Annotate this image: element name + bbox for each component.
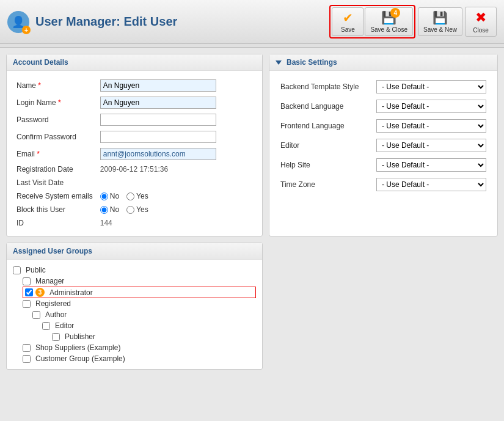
editor-label: Editor (276, 136, 371, 155)
block-yes-radio[interactable] (126, 206, 134, 214)
group-label: Manager (35, 277, 64, 285)
id-value: 144 (97, 216, 256, 230)
user-groups-title: Assigned User Groups (7, 243, 262, 260)
receive-yes-radio[interactable] (126, 192, 134, 200)
reg-date-value: 2009-06-12 17:51:36 (97, 163, 256, 176)
group-item: 3Administrator (23, 287, 256, 298)
last-visit-value (97, 176, 256, 189)
backend-template-select[interactable]: - Use Default - (376, 80, 486, 93)
group-checkbox[interactable] (25, 288, 33, 296)
timezone-row: Time Zone - Use Default - (276, 175, 491, 194)
group-item: Author (32, 309, 256, 320)
help-site-select[interactable]: - Use Default - (376, 158, 486, 172)
timezone-label: Time Zone (276, 175, 371, 194)
help-site-value: - Use Default - (371, 155, 491, 175)
help-site-row: Help Site - Use Default - (276, 155, 491, 175)
backend-template-row: Backend Template Style - Use Default - (276, 77, 491, 97)
group-item: Publisher (52, 331, 256, 342)
block-yes-label[interactable]: Yes (126, 205, 148, 214)
editor-select[interactable]: - Use Default - (376, 139, 486, 152)
password-value-cell (97, 111, 256, 128)
toolbar-highlighted-group: ✔ Save 💾 4 Save & Close (329, 5, 415, 38)
confirm-row: Confirm Password (13, 128, 256, 145)
email-required: * (37, 150, 40, 158)
account-details-label: Account Details (13, 58, 68, 67)
basic-settings-label: Basic Settings (287, 58, 337, 67)
email-row: Email * (13, 145, 256, 163)
group-label: Editor (55, 321, 74, 330)
block-value: No Yes (97, 203, 256, 216)
top-row: Account Details Name * Login Name * Pass… (6, 54, 498, 236)
user-avatar: 👤 + (7, 11, 29, 33)
group-checkbox[interactable] (32, 311, 40, 319)
receive-no-label[interactable]: No (100, 192, 119, 200)
save-close-button-wrap: 💾 4 Save & Close (365, 7, 413, 36)
email-input[interactable] (100, 148, 216, 160)
account-form-table: Name * Login Name * Password Confirm Pas… (13, 77, 256, 230)
reg-date-label: Registration Date (13, 163, 97, 176)
save-close-button[interactable]: 💾 4 Save & Close (365, 7, 413, 36)
login-input[interactable] (100, 97, 216, 109)
triangle-icon (276, 60, 282, 65)
block-no-radio[interactable] (100, 206, 108, 214)
receive-yes-label[interactable]: Yes (126, 192, 148, 200)
id-row: ID 144 (13, 216, 256, 230)
group-badge: 3 (35, 288, 45, 297)
group-checkbox[interactable] (23, 277, 31, 285)
basic-settings-table: Backend Template Style - Use Default - B… (276, 77, 491, 194)
save-close-icon-wrap: 💾 4 (381, 10, 396, 25)
save-new-button[interactable]: 💾 Save & New (418, 7, 462, 36)
frontend-lang-select[interactable]: - Use Default - (376, 119, 486, 133)
save-close-label: Save & Close (370, 26, 407, 33)
group-label: Public (26, 266, 46, 274)
user-groups-panel: Assigned User Groups PublicManager3Admin… (6, 243, 263, 370)
group-checkbox[interactable] (23, 355, 31, 363)
name-input[interactable] (100, 79, 216, 92)
save-label: Save (341, 26, 355, 33)
group-label: Registered (35, 299, 71, 308)
group-checkbox[interactable] (23, 300, 31, 308)
block-label: Block this User (13, 203, 97, 216)
group-checkbox[interactable] (42, 322, 50, 330)
save-icon: ✔ (343, 10, 353, 25)
id-label: ID (13, 216, 97, 230)
confirm-value-cell (97, 128, 256, 145)
close-button[interactable]: ✖ Close (465, 7, 497, 37)
receive-emails-row: Receive System emails No Yes (13, 189, 256, 203)
confirm-input[interactable] (100, 131, 216, 143)
backend-lang-select[interactable]: - Use Default - (376, 100, 486, 113)
backend-template-value: - Use Default - (371, 77, 491, 97)
save-button[interactable]: ✔ Save (332, 7, 363, 36)
group-item: Public (13, 265, 256, 276)
timezone-select[interactable]: - Use Default - (376, 178, 486, 191)
close-label: Close (473, 27, 489, 34)
password-row: Password (13, 111, 256, 128)
group-label: Publisher (65, 332, 95, 341)
receive-no-radio[interactable] (100, 192, 108, 200)
name-row: Name * (13, 77, 256, 94)
password-label: Password (13, 111, 97, 128)
last-visit-row: Last Visit Date (13, 176, 256, 189)
save-new-label: Save & New (423, 26, 457, 33)
group-checkbox[interactable] (23, 344, 31, 352)
frontend-lang-row: Frontend Language - Use Default - (276, 116, 491, 136)
backend-template-label: Backend Template Style (276, 77, 371, 97)
save-close-badge: 4 (390, 8, 400, 18)
user-groups-label: Assigned User Groups (13, 247, 92, 255)
group-checkbox[interactable] (13, 266, 21, 274)
group-label: Administrator (49, 288, 93, 297)
name-label: Name * (13, 77, 97, 94)
bottom-row: Assigned User Groups PublicManager3Admin… (6, 243, 498, 370)
login-value-cell (97, 94, 256, 111)
group-item: Manager (23, 276, 256, 287)
group-checkbox[interactable] (52, 333, 60, 341)
account-details-title: Account Details (7, 54, 262, 71)
editor-row: Editor - Use Default - (276, 136, 491, 155)
block-no-label[interactable]: No (100, 205, 119, 214)
confirm-label: Confirm Password (13, 128, 97, 145)
backend-lang-label: Backend Language (276, 97, 371, 116)
reg-date-row: Registration Date 2009-06-12 17:51:36 (13, 163, 256, 176)
password-input[interactable] (100, 114, 216, 126)
group-label: Author (45, 310, 67, 319)
last-visit-label: Last Visit Date (13, 176, 97, 189)
